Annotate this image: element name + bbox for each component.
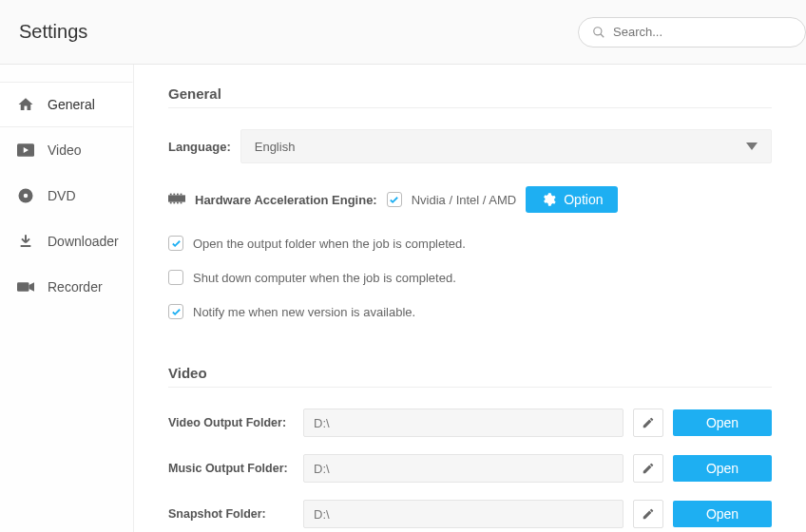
open-output-checkbox[interactable] bbox=[168, 236, 183, 251]
svg-rect-12 bbox=[170, 202, 172, 204]
svg-rect-15 bbox=[181, 202, 182, 204]
language-select[interactable]: English bbox=[240, 129, 772, 163]
search-icon bbox=[592, 26, 605, 39]
language-label: Language: bbox=[168, 140, 231, 154]
notify-checkbox[interactable] bbox=[168, 304, 183, 319]
shutdown-row: Shut down computer when the job is compl… bbox=[168, 270, 772, 285]
search-box[interactable] bbox=[578, 17, 806, 48]
video-output-input[interactable]: D:\ bbox=[303, 408, 624, 437]
svg-line-1 bbox=[601, 33, 604, 37]
language-row: Language: English bbox=[168, 129, 772, 163]
svg-rect-14 bbox=[177, 202, 179, 204]
svg-rect-7 bbox=[168, 195, 185, 201]
shutdown-label: Shut down computer when the job is compl… bbox=[193, 271, 456, 285]
svg-rect-8 bbox=[170, 194, 172, 196]
disc-icon bbox=[17, 187, 34, 204]
hardware-row: Hardware Acceleration Engine: Nvidia / I… bbox=[168, 186, 772, 213]
svg-rect-11 bbox=[181, 194, 182, 196]
sidebar-item-recorder[interactable]: Recorder bbox=[0, 264, 133, 310]
notify-label: Notify me when new version is available. bbox=[193, 305, 415, 319]
svg-point-4 bbox=[24, 194, 29, 199]
body: General Video DVD Downloader Recorder Ge… bbox=[0, 65, 806, 532]
music-output-input[interactable]: D:\ bbox=[303, 454, 624, 483]
open-output-row: Open the output folder when the job is c… bbox=[168, 236, 772, 251]
section-title-general: General bbox=[168, 86, 772, 108]
sidebar-item-label: Video bbox=[48, 142, 82, 158]
search-container bbox=[578, 17, 806, 48]
hardware-value: Nvidia / Intel / AMD bbox=[412, 193, 517, 207]
download-icon bbox=[17, 233, 34, 250]
sidebar: General Video DVD Downloader Recorder bbox=[0, 65, 133, 532]
chevron-down-icon bbox=[746, 142, 758, 150]
music-output-label: Music Output Folder: bbox=[168, 462, 294, 475]
snapshot-input[interactable]: D:\ bbox=[303, 500, 624, 528]
sidebar-item-video[interactable]: Video bbox=[0, 127, 133, 173]
video-output-open-button[interactable]: Open bbox=[673, 409, 772, 436]
search-input[interactable] bbox=[613, 25, 792, 39]
video-output-row: Video Output Folder: D:\ Open bbox=[168, 408, 772, 437]
sidebar-item-label: DVD bbox=[48, 188, 76, 203]
pencil-icon bbox=[642, 507, 655, 521]
video-output-edit-button[interactable] bbox=[633, 408, 663, 437]
sidebar-item-label: General bbox=[48, 97, 95, 112]
sidebar-item-dvd[interactable]: DVD bbox=[0, 173, 133, 218]
option-label: Option bbox=[564, 192, 603, 207]
section-title-video: Video bbox=[168, 365, 772, 388]
pencil-icon bbox=[642, 462, 655, 475]
hardware-label: Hardware Acceleration Engine: bbox=[195, 193, 377, 207]
music-output-open-button[interactable]: Open bbox=[673, 455, 772, 482]
pencil-icon bbox=[642, 416, 655, 429]
svg-point-0 bbox=[594, 27, 602, 34]
sidebar-item-general[interactable]: General bbox=[0, 82, 133, 127]
open-output-label: Open the output folder when the job is c… bbox=[193, 237, 466, 251]
page-title: Settings bbox=[19, 21, 87, 43]
svg-rect-13 bbox=[173, 202, 175, 204]
music-output-edit-button[interactable] bbox=[633, 454, 663, 483]
snapshot-edit-button[interactable] bbox=[633, 500, 663, 528]
play-icon bbox=[17, 142, 34, 159]
content: General Language: English Hardware Accel… bbox=[133, 65, 806, 532]
language-value: English bbox=[255, 140, 296, 154]
camera-icon bbox=[17, 278, 34, 295]
hardware-checkbox[interactable] bbox=[387, 192, 402, 207]
notify-row: Notify me when new version is available. bbox=[168, 304, 772, 319]
header: Settings bbox=[0, 0, 806, 65]
sidebar-item-label: Recorder bbox=[48, 279, 103, 294]
option-button[interactable]: Option bbox=[526, 186, 618, 213]
music-output-row: Music Output Folder: D:\ Open bbox=[168, 454, 772, 483]
sidebar-item-downloader[interactable]: Downloader bbox=[0, 218, 133, 264]
video-output-label: Video Output Folder: bbox=[168, 416, 294, 429]
snapshot-row: Snapshot Folder: D:\ Open bbox=[168, 500, 772, 528]
home-icon bbox=[17, 96, 34, 113]
snapshot-label: Snapshot Folder: bbox=[168, 507, 294, 521]
svg-rect-5 bbox=[21, 245, 31, 247]
sidebar-item-label: Downloader bbox=[48, 234, 119, 249]
svg-rect-9 bbox=[173, 194, 175, 196]
shutdown-checkbox[interactable] bbox=[168, 270, 183, 285]
snapshot-open-button[interactable]: Open bbox=[673, 501, 772, 527]
chip-icon bbox=[168, 191, 185, 208]
gear-icon bbox=[541, 192, 556, 207]
svg-rect-6 bbox=[17, 282, 29, 292]
svg-rect-10 bbox=[177, 194, 179, 196]
